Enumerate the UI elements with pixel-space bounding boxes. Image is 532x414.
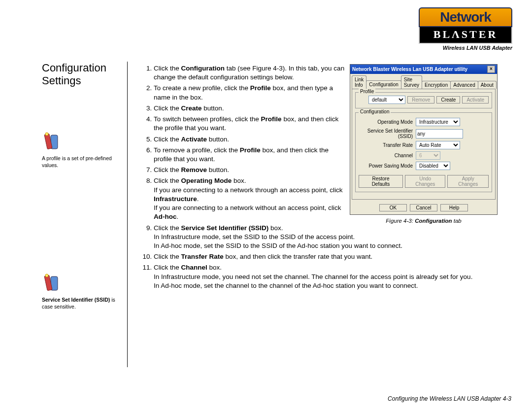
svg-point-6	[45, 274, 48, 277]
page-footer: Configuring the Wireless LAN USB Adapter…	[388, 395, 511, 402]
note-icon	[42, 274, 62, 293]
help-button[interactable]: Help	[440, 204, 468, 211]
step-9: Click the Service Set Identifier (SSID) …	[154, 224, 499, 251]
page-title: Configuration Settings	[42, 62, 106, 88]
figure-4-3: Network Blaster Wireless Lan USB Adapter…	[350, 64, 498, 224]
margin-note-profile: A profile is a set of pre-defined values…	[42, 132, 116, 169]
tab-link-info[interactable]: Link Info	[352, 75, 366, 89]
logo-top-text: Network	[419, 7, 512, 27]
step-4: To switch between profiles, click the Pr…	[154, 115, 348, 133]
ssid-label: Service Set Identifier (SSID)	[359, 128, 416, 139]
profile-select[interactable]: default	[368, 96, 405, 104]
tab-about[interactable]: About	[478, 81, 497, 89]
brand-logo: Network BLΛSTER Wireless LAN USB Adapter	[419, 7, 512, 51]
transfer-rate-select[interactable]: Auto Rate	[416, 141, 460, 149]
step-11: Click the Channel box. In Infrastructure…	[154, 263, 499, 290]
ok-button[interactable]: OK	[379, 204, 407, 211]
margin-note-ssid-bold: Service Set Identifier (SSID)	[42, 297, 110, 303]
step-1: Click the Configuration tab (see Figure …	[154, 64, 348, 82]
tab-panel: Profile default Remove Create Activate C…	[352, 89, 496, 200]
step-6: To remove a profile, click the Profile b…	[154, 146, 348, 164]
note-icon	[42, 132, 62, 152]
column-divider	[127, 62, 128, 367]
logo-subtitle: Wireless LAN USB Adapter	[419, 45, 512, 51]
step-8: Click the Operating Mode box. If you are…	[154, 176, 348, 221]
channel-select[interactable]: 6	[416, 151, 440, 160]
power-saving-label: Power Saving Mode	[359, 163, 416, 169]
margin-note-profile-text: A profile is a set of pre-defined values…	[42, 155, 112, 168]
step-3: Click the Create button.	[154, 104, 348, 113]
margin-note-ssid: Service Set Identifier (SSID) is case se…	[42, 274, 116, 310]
step-7: Click the Remove button.	[154, 166, 348, 174]
tab-site-survey[interactable]: Site Survey	[401, 75, 422, 89]
step-10: Click the Transfer Rate box, and then cl…	[154, 252, 499, 261]
cancel-button[interactable]: Cancel	[410, 204, 437, 211]
remove-button[interactable]: Remove	[407, 96, 434, 104]
logo-bottom-text: BLΛSTER	[419, 27, 512, 44]
tab-advanced[interactable]: Advanced	[450, 81, 478, 89]
transfer-rate-label: Transfer Rate	[359, 142, 416, 148]
ssid-input[interactable]	[416, 129, 463, 138]
channel-label: Channel	[359, 153, 416, 158]
activate-button[interactable]: Activate	[462, 96, 489, 104]
step-5: Click the Activate button.	[154, 135, 348, 144]
configuration-group: Configuration Operating Mode Infrastruct…	[355, 112, 492, 192]
profile-group: Profile default Remove Create Activate	[355, 92, 492, 108]
configuration-group-label: Configuration	[359, 109, 391, 114]
create-button[interactable]: Create	[436, 96, 460, 104]
power-saving-select[interactable]: Disabled	[416, 162, 450, 170]
tab-configuration[interactable]: Configuration	[366, 80, 401, 89]
utility-window: Network Blaster Wireless Lan USB Adapter…	[350, 64, 498, 215]
svg-point-3	[45, 133, 48, 136]
instruction-list-wide: Click the Service Set Identifier (SSID) …	[143, 224, 498, 291]
close-icon[interactable]: ×	[487, 66, 495, 73]
apply-changes-button[interactable]: Apply Changes	[447, 175, 489, 188]
window-title-text: Network Blaster Wireless Lan USB Adapter…	[352, 67, 467, 72]
tab-strip: Link Info Configuration Site Survey Encr…	[350, 74, 497, 89]
operating-mode-select[interactable]: Infrastructure	[416, 118, 460, 126]
window-titlebar: Network Blaster Wireless Lan USB Adapter…	[350, 65, 497, 74]
operating-mode-label: Operating Mode	[359, 119, 416, 125]
restore-defaults-button[interactable]: Restore Defaults	[359, 175, 403, 188]
step-2: To create a new profile, click the Profi…	[154, 84, 348, 102]
figure-caption: Figure 4-3: Configuration tab	[350, 218, 498, 224]
undo-changes-button[interactable]: Undo Changes	[405, 175, 445, 188]
profile-group-label: Profile	[359, 89, 375, 94]
tab-encryption[interactable]: Encryption	[422, 81, 451, 89]
